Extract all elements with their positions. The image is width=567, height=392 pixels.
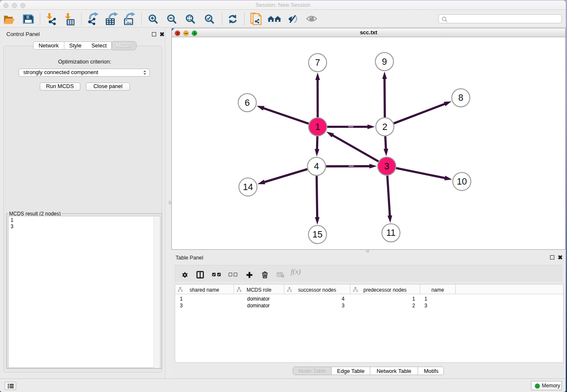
svg-text:10: 10 <box>457 177 467 187</box>
svg-text:2: 2 <box>383 121 388 132</box>
svg-text:3: 3 <box>384 161 389 171</box>
svg-text:9: 9 <box>382 56 387 66</box>
svg-text:15: 15 <box>312 229 322 240</box>
svg-text:1: 1 <box>315 121 320 132</box>
svg-text:11: 11 <box>386 228 396 238</box>
svg-text:4: 4 <box>314 161 319 171</box>
svg-text:8: 8 <box>458 93 463 103</box>
svg-text:14: 14 <box>243 182 253 192</box>
svg-text:7: 7 <box>315 58 320 68</box>
svg-text:6: 6 <box>245 97 250 108</box>
